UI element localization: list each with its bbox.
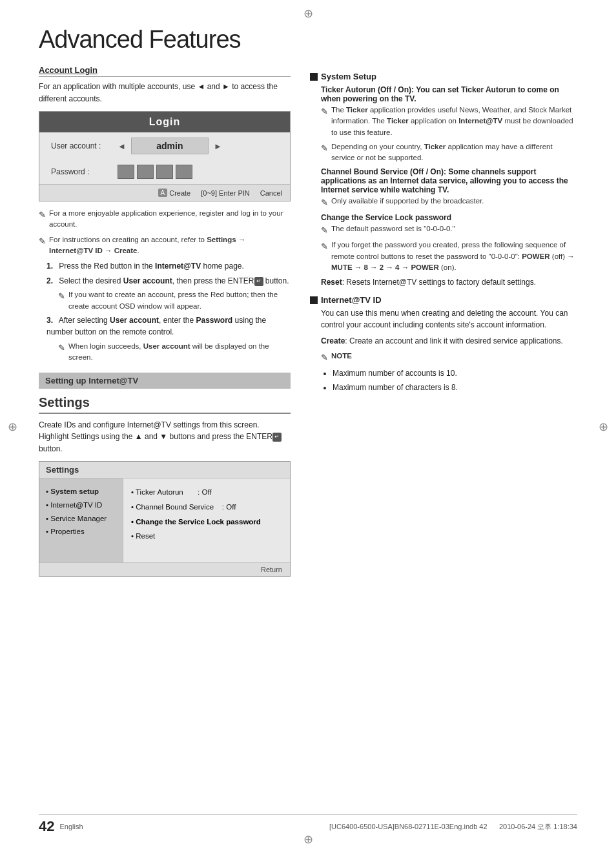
settings-box-content: • System setup • Internet@TV ID • Servic… [39,478,290,562]
footer-cancel: Cancel [260,189,282,197]
note-icon-2: ✎ [39,235,46,248]
note-heading-icon: ✎ [321,351,328,364]
password-box-4 [176,165,192,179]
settings-right-item-4: • Reset [131,529,282,544]
steps-list: 1. Press the Red button in the Internet@… [46,260,291,363]
user-account-label: User account : [51,141,112,150]
password-boxes [118,165,192,179]
password-box-2 [137,165,154,179]
change-lock-icon-2: ✎ [321,240,328,253]
note-heading-row: ✎ NOTE [310,351,577,364]
note-1: ✎ For a more enjoyable application exper… [39,208,291,231]
internet-tv-id-square [310,296,318,304]
settings-left-item-2: • Internet@TV ID [46,498,116,512]
user-account-right-arrow[interactable]: ► [214,141,222,151]
settings-heading: Settings [39,395,291,414]
system-setup-section: System Setup [310,72,577,81]
settings-left-panel: • System setup • Internet@TV ID • Servic… [39,478,123,562]
settings-right-panel: • Ticker Autorun : Off • Channel Bound S… [123,478,290,562]
change-lock-icon-1: ✎ [321,224,328,237]
create-text: Create: Create an account and link it wi… [310,335,577,347]
page-title: Advanced Features [39,26,577,54]
settings-left-item-4: • Properties [46,525,116,539]
login-password-row: Password : [39,159,290,184]
page-number: 42 [39,818,54,835]
settings-box-title: Settings [39,462,290,478]
crosshair-left: ⊕ [8,420,17,434]
note-bullets-list: Maximum number of accounts is 10. Maximu… [310,367,577,395]
login-box: Login User account : ◄ admin ► Password … [39,111,291,201]
ticker-note-icon-2: ✎ [321,142,328,155]
settings-intro: Create IDs and configure Internet@TV set… [39,419,291,455]
sub-note-icon-2: ✎ [58,342,65,355]
sub-note-icon-1: ✎ [58,290,65,303]
step-3-note: ✎ When login succeeds, User account will… [58,341,291,364]
a-icon: A [158,189,168,197]
setting-up-bar: Setting up Internet@TV [39,373,291,389]
settings-box: Settings • System setup • Internet@TV ID… [39,461,291,577]
settings-footer: Return [39,562,290,576]
change-lock-note-1: ✎ The default password set is "0-0-0-0." [310,223,577,237]
system-setup-square [310,73,318,81]
channel-bound-note: ✎ Only available if supported by the bro… [310,196,577,209]
settings-right-item-1: • Ticker Autorun : Off [131,485,282,500]
ticker-note-1: ✎ The Ticker application provides useful… [310,105,577,138]
account-login-intro: For an application with multiple account… [39,81,291,105]
user-account-value: admin [131,138,209,154]
step-1: 1. Press the Red button in the Internet@… [46,260,291,272]
internet-tv-id-section: Internet@TV ID [310,295,577,305]
enter-icon-1: ↵ [254,277,263,286]
settings-left-item-3: • Service Manager [46,512,116,526]
step-2-note: ✎ If you want to create an account, pres… [58,289,291,312]
channel-bound-heading: Channel Bound Service (Off / On): Some c… [310,167,577,194]
change-lock-note-2: ✎ If you forget the password you created… [310,240,577,273]
login-title: Login [39,112,290,132]
login-user-row: User account : ◄ admin ► [39,132,290,159]
ticker-autorun-heading: Ticker Autorun (Off / On): You can set T… [310,85,577,103]
reset-text: Reset: Resets Internet@TV settings to fa… [310,276,577,289]
login-footer: A Create [0~9] Enter PIN Cancel [39,184,290,201]
right-column: System Setup Ticker Autorun (Off / On): … [310,65,577,583]
settings-right-item-2: • Channel Bound Service : Off [131,500,282,515]
change-lock-heading: Change the Service Lock password [310,213,577,222]
password-box-1 [118,165,134,179]
password-label: Password : [51,167,112,176]
footer-file-info: [UC6400-6500-USA]BN68-02711E-03Eng.indb … [329,822,577,832]
left-column: Account Login For an application with mu… [39,65,291,583]
ticker-note-icon-1: ✎ [321,105,328,118]
internet-tv-id-text: You can use this menu when creating and … [310,307,577,331]
note-bullet-2: Maximum number of characters is 8. [333,382,577,395]
crosshair-right: ⊕ [599,420,608,434]
enter-icon-2: ↵ [272,433,282,442]
password-box-3 [156,165,173,179]
page-footer: 42 English [UC6400-6500-USA]BN68-02711E-… [39,814,577,835]
step-2: 2. Select the desired User account, then… [46,275,291,287]
note-bullet-1: Maximum number of accounts is 10. [333,367,577,380]
settings-left-item-1: • System setup [46,485,116,498]
page-footer-left: 42 English [39,818,83,835]
page-language: English [59,823,83,830]
note-2: ✎ For instructions on creating an accoun… [39,234,291,257]
step-3: 3. After selecting User account, enter t… [46,314,291,338]
note-icon-1: ✎ [39,209,46,221]
channel-bound-note-icon: ✎ [321,196,328,209]
crosshair-top: ⊕ [303,6,313,21]
settings-right-item-3: • Change the Service Lock password [131,515,282,529]
footer-create: A Create [158,189,191,197]
footer-pin: [0~9] Enter PIN [201,189,250,197]
user-account-left-arrow[interactable]: ◄ [118,141,126,151]
account-login-heading: Account Login [39,65,291,77]
ticker-note-2: ✎ Depending on your country, Ticker appl… [310,141,577,164]
